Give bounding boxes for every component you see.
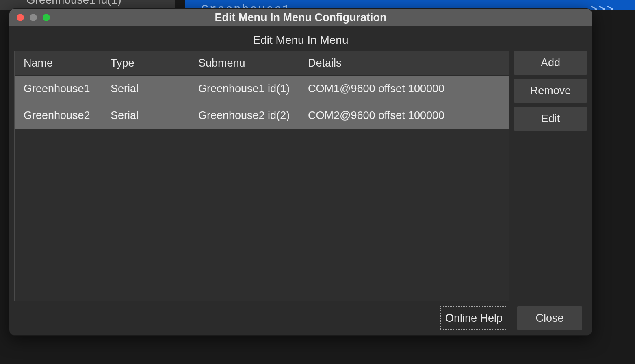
table-row[interactable]: Greenhouse1 Serial Greenhouse1 id(1) COM… (15, 76, 509, 102)
close-button[interactable]: Close (517, 306, 582, 330)
minimize-window-icon[interactable] (30, 14, 37, 21)
table-header: Name Type Submenu Details (15, 51, 509, 76)
cell-name: Greenhouse2 (15, 102, 102, 129)
close-window-icon[interactable] (17, 14, 24, 21)
add-button[interactable]: Add (514, 51, 587, 75)
cell-type: Serial (102, 76, 189, 102)
menu-table: Name Type Submenu Details Greenhouse1 Se… (14, 51, 509, 301)
dialog-content: Edit Menu In Menu Name Type Submenu Deta… (9, 26, 592, 335)
cell-type: Serial (102, 102, 189, 129)
online-help-button[interactable]: Online Help (440, 306, 507, 330)
dialog-footer: Online Help Close (14, 301, 587, 335)
edit-menu-dialog: Edit Menu In Menu Configuration Edit Men… (9, 8, 592, 336)
remove-button[interactable]: Remove (514, 79, 587, 103)
cell-name: Greenhouse1 (15, 76, 102, 102)
table-row[interactable]: Greenhouse2 Serial Greenhouse2 id(2) COM… (15, 102, 509, 129)
dialog-titlebar[interactable]: Edit Menu In Menu Configuration (9, 9, 592, 26)
section-header: Edit Menu In Menu (14, 30, 587, 51)
side-buttons: Add Remove Edit (514, 51, 587, 301)
table-body: Greenhouse1 Serial Greenhouse1 id(1) COM… (15, 76, 509, 301)
cell-details: COM1@9600 offset 100000 (299, 76, 509, 102)
edit-button[interactable]: Edit (514, 107, 587, 131)
col-header-details[interactable]: Details (299, 51, 509, 75)
bg-left-list-item-label: Greenhouse1 id(1) (26, 0, 121, 6)
col-header-submenu[interactable]: Submenu (189, 51, 299, 75)
dialog-title: Edit Menu In Menu Configuration (9, 11, 592, 24)
cell-submenu: Greenhouse1 id(1) (189, 76, 299, 102)
window-controls (17, 14, 50, 21)
col-header-name[interactable]: Name (15, 51, 102, 75)
cell-details: COM2@9600 offset 100000 (299, 102, 509, 129)
main-row: Name Type Submenu Details Greenhouse1 Se… (14, 51, 587, 301)
maximize-window-icon[interactable] (43, 14, 50, 21)
cell-submenu: Greenhouse2 id(2) (189, 102, 299, 129)
col-header-type[interactable]: Type (102, 51, 189, 75)
